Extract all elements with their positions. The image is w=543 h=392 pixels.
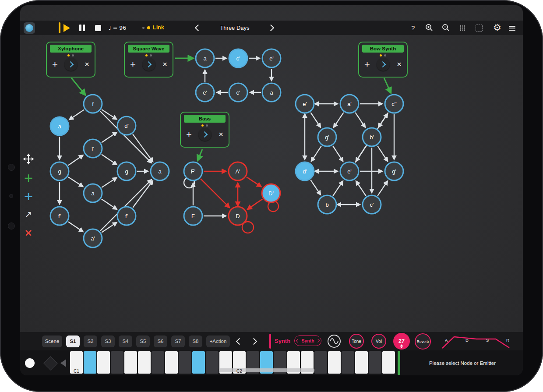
emitter-close-button[interactable]: × (219, 128, 223, 141)
scene-row: Scene S1S2S3S4S5S6S7S8 +Action (42, 332, 259, 350)
add-node-tool[interactable]: + (21, 188, 36, 203)
selection-tool-icon[interactable] (476, 25, 483, 32)
piano-key[interactable] (84, 351, 96, 374)
piano-key[interactable] (124, 351, 137, 374)
piano-key[interactable] (192, 351, 205, 374)
piano-key[interactable] (152, 351, 164, 374)
emitter-bass[interactable]: Bass+× (180, 112, 229, 148)
add-action-button[interactable]: +Action (206, 335, 230, 347)
scene-prev-button[interactable] (234, 335, 244, 347)
scroll-left-icon[interactable] (60, 359, 66, 367)
camera-dot (8, 222, 15, 230)
graph-edge (102, 178, 116, 187)
graph-edge (311, 146, 321, 161)
tool-sidebar: + + ↗ × (21, 152, 38, 244)
piano-key[interactable] (111, 351, 123, 374)
graph-edge (247, 177, 261, 186)
piano-key[interactable] (355, 351, 368, 374)
pause-button[interactable] (79, 25, 85, 31)
reverb-knob[interactable]: Reverb (415, 333, 431, 350)
volume-knob[interactable]: Vol (371, 334, 386, 349)
keyboard-bar: C1C2 Please select Node or Emitter (20, 350, 523, 375)
emitter-close-button[interactable]: × (162, 58, 167, 71)
piano-key[interactable] (328, 351, 341, 374)
tempo-display[interactable]: ♩ = 96 (109, 21, 126, 35)
scene-next-button[interactable] (248, 335, 259, 347)
scene-button-s7[interactable]: S7 (171, 335, 185, 347)
graph-node-label: g (125, 168, 128, 175)
synth-next-icon[interactable] (316, 339, 319, 343)
graph-node-label: e' (203, 89, 207, 96)
status-message: Please select Node or Emitter (403, 350, 522, 375)
diamond-icon[interactable] (43, 356, 58, 371)
emitter-square-wave[interactable]: Square Wave+× (124, 42, 173, 78)
emitter-close-button[interactable]: × (85, 58, 89, 71)
grid-view-icon[interactable] (459, 25, 465, 31)
piano-key[interactable] (165, 351, 178, 374)
emitter-bow-synth[interactable]: Bow Synth+× (358, 42, 408, 78)
top-toolbar: ♩ = 96 Link Three Days ? ⚙ (20, 21, 523, 35)
emitter-add-button[interactable]: + (130, 58, 136, 71)
piano-key[interactable] (206, 351, 219, 374)
emitter-add-button[interactable]: + (186, 128, 192, 141)
play-button[interactable] (63, 24, 70, 32)
scene-label: Scene (42, 335, 62, 347)
zoom-out-icon[interactable] (442, 24, 450, 32)
scene-button-s2[interactable]: S2 (84, 335, 97, 347)
settings-gear-icon[interactable]: ⚙ (493, 21, 501, 35)
value-stepper-icons[interactable] (400, 344, 403, 348)
emitter-add-button[interactable]: + (364, 58, 370, 71)
song-title[interactable]: Three Days (208, 21, 261, 35)
prev-song-button[interactable] (195, 25, 202, 32)
piano-key[interactable] (179, 351, 191, 374)
hamburger-menu-icon[interactable] (509, 26, 515, 31)
piano-key[interactable] (342, 351, 354, 374)
delete-tool[interactable]: × (21, 225, 36, 240)
graph-edge (333, 146, 343, 161)
graph-edge (102, 199, 116, 209)
graph-node-label: a (203, 55, 207, 62)
synth-selector[interactable]: Synth (294, 335, 321, 346)
emitter-close-button[interactable]: × (397, 58, 402, 71)
record-circle-button[interactable] (25, 358, 35, 368)
connect-tool[interactable]: ↗ (21, 207, 36, 222)
stop-button[interactable] (95, 25, 101, 31)
help-button[interactable]: ? (411, 21, 415, 35)
emitter-xylophone[interactable]: Xylophone+× (46, 42, 95, 78)
emitter-play-button[interactable] (377, 58, 390, 71)
next-song-button[interactable] (268, 25, 275, 32)
piano-key[interactable] (369, 351, 381, 374)
scene-button-s4[interactable]: S4 (119, 335, 132, 347)
graph-edge (133, 134, 152, 161)
link-toggle[interactable]: Link (153, 21, 164, 35)
scene-button-s3[interactable]: S3 (101, 335, 115, 347)
ipad-device: fad'f'ggaaf'f'a'ac'e'e'c'aF'A'D'DFe'a'c'… (0, 0, 543, 392)
tone-knob[interactable]: Tone (349, 334, 364, 349)
scene-button-s8[interactable]: S8 (189, 335, 202, 347)
zoom-in-icon[interactable] (425, 24, 434, 32)
app-icon[interactable] (24, 22, 35, 34)
scene-button-s5[interactable]: S5 (136, 335, 150, 347)
inactive-dot (206, 124, 208, 127)
graph-edge (356, 181, 366, 196)
emitter-title: Bow Synth (362, 45, 404, 53)
adsr-envelope[interactable]: A D S R (440, 332, 514, 350)
add-emitter-tool[interactable]: + (21, 170, 36, 185)
value-knob[interactable]: 27 (393, 333, 410, 350)
move-tool[interactable] (21, 152, 36, 166)
play-chevron-icon (67, 61, 74, 67)
piano-key[interactable] (382, 351, 395, 374)
envelope-attack-label: A (445, 338, 448, 343)
emitter-play-button[interactable] (142, 58, 155, 71)
waveform-icon[interactable] (328, 335, 341, 348)
piano-key[interactable] (97, 351, 110, 374)
emitter-play-button[interactable] (198, 128, 212, 141)
emitter-add-button[interactable]: + (52, 58, 58, 71)
synth-prev-icon[interactable] (296, 339, 300, 343)
emitter-play-button[interactable] (64, 58, 78, 71)
scene-button-s1[interactable]: S1 (66, 335, 80, 347)
node-graph-canvas[interactable]: fad'f'ggaaf'f'a'ac'e'e'c'aF'A'D'DFe'a'c'… (20, 5, 523, 375)
scene-button-s6[interactable]: S6 (154, 335, 167, 347)
piano-key[interactable] (314, 351, 327, 374)
piano-key[interactable] (138, 351, 151, 374)
